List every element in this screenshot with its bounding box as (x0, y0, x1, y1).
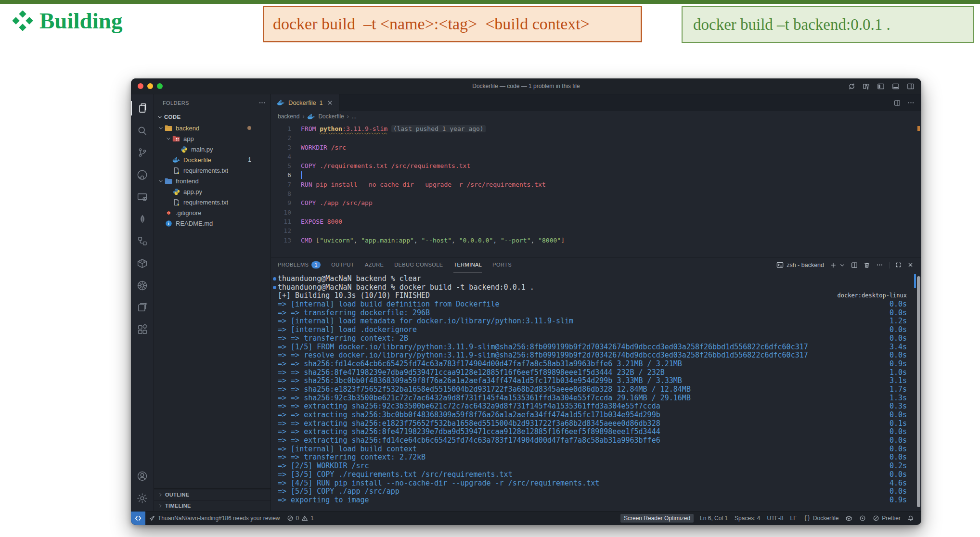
terminal-line: [+] Building 10.3s (10/10) FINISHEDdocke… (271, 292, 921, 300)
command-decoration-dot[interactable] (273, 277, 276, 281)
status-bar-right: Screen Reader Optimized Ln 6, Col 1 Spac… (620, 514, 921, 523)
remote-indicator[interactable] (131, 511, 145, 525)
activity-pipeline-button[interactable] (131, 230, 154, 252)
terminal-shell-label[interactable]: zsh - backend (787, 262, 824, 268)
sidebar-more-actions-icon[interactable] (258, 99, 266, 106)
panel-tab-ports[interactable]: PORTS (492, 257, 512, 272)
pipeline-icon (137, 235, 148, 247)
code-line-13[interactable]: 13CMD ["uvicorn", "app.main:app", "--hos… (271, 236, 921, 245)
step-duration: 0.0s (886, 445, 921, 454)
notifications-item[interactable] (904, 515, 917, 522)
section-code-label: CODE (164, 114, 181, 120)
breadcrumb-symbol[interactable]: ... (352, 113, 357, 120)
activity-extensions-layout-button[interactable] (131, 319, 154, 341)
activity-source-control-button[interactable] (131, 141, 154, 164)
code-line-5[interactable]: 5COPY ./requirements.txt /src/requiremen… (271, 161, 921, 170)
terminal[interactable]: thuanduong@MacNaN backend % clearthuandu… (271, 272, 921, 511)
tree-item-app[interactable]: app (154, 133, 271, 144)
sync-icon[interactable] (848, 83, 855, 90)
chevron-down-icon[interactable] (839, 262, 845, 268)
tree-item-backend[interactable]: backend (154, 123, 271, 133)
container-icon (136, 257, 148, 269)
activity-mongodb-button[interactable] (131, 208, 154, 230)
run-status-item[interactable] (856, 515, 869, 522)
split-terminal-icon[interactable] (851, 262, 858, 268)
activity-kubernetes-button[interactable] (131, 274, 154, 296)
toggle-secondary-sidebar-icon[interactable] (907, 83, 915, 90)
panel-tab-output[interactable]: OUTPUT (331, 257, 354, 272)
prettier-item[interactable]: Prettier (869, 515, 904, 522)
maximize-panel-icon[interactable] (895, 262, 902, 268)
tree-item-frontend[interactable]: frontend (154, 176, 271, 186)
dev-container-icon (137, 302, 148, 313)
code-line-3[interactable]: 3WORKDIR /src (271, 143, 921, 152)
code-line-12[interactable]: 12 (271, 226, 921, 235)
close-tab-icon[interactable] (327, 100, 333, 106)
code-line-8[interactable]: 8 (271, 189, 921, 198)
breadcrumb-dockerfile[interactable]: Dockerfile (318, 113, 344, 120)
encoding[interactable]: UTF-8 (763, 515, 787, 522)
activity-search-button[interactable] (131, 119, 154, 141)
activity-dev-container-button[interactable] (131, 296, 154, 319)
minimize-window-button[interactable] (147, 83, 153, 89)
panel-tab-debug-console[interactable]: DEBUG CONSOLE (394, 257, 443, 272)
zoom-window-button[interactable] (157, 83, 163, 89)
language-mode[interactable]: {} Dockerfile (800, 515, 842, 522)
breadcrumb[interactable]: backend › Dockerfile › ... (271, 111, 921, 122)
toggle-panel-icon[interactable] (892, 83, 900, 90)
tree-item--gitignore[interactable]: .gitignore (154, 207, 271, 218)
chevron-right-icon (158, 503, 163, 509)
tree-item-main-py[interactable]: main.py (154, 144, 271, 154)
tree-item-app-py[interactable]: app.py (154, 186, 271, 197)
tree-item-dockerfile[interactable]: Dockerfile1 (154, 154, 271, 165)
tree-item-requirements-txt[interactable]: requirements.txt (154, 197, 271, 207)
add-terminal-icon[interactable] (830, 262, 837, 268)
activity-account-button[interactable] (131, 465, 154, 487)
screen-reader-mode[interactable]: Screen Reader Optimized (620, 514, 694, 523)
code-line-1[interactable]: 1FROM python:3.11.9-slim (last pushed 1 … (271, 124, 921, 133)
terminal-line: => => extracting sha256:92c3b3500be621c7… (271, 402, 921, 411)
code-line-7[interactable]: 7RUN pip install --no-cache-dir --upgrad… (271, 180, 921, 189)
code-line-2[interactable]: 2 (271, 133, 921, 142)
code-line-10[interactable]: 10 (271, 208, 921, 217)
breadcrumb-backend[interactable]: backend (278, 113, 299, 120)
problems-summary[interactable]: 0 1 (284, 511, 317, 525)
cursor-position[interactable]: Ln 6, Col 1 (696, 515, 731, 522)
code-line-4[interactable]: 4 (271, 152, 921, 161)
tree-item-readme-md[interactable]: README.md (154, 218, 271, 229)
activity-settings-button[interactable] (131, 487, 154, 509)
terminal-line: => [1/5] FROM docker.io/library/python:3… (271, 343, 921, 352)
split-editor-icon[interactable] (894, 100, 901, 106)
tab-dockerfile[interactable]: Dockerfile 1 (271, 94, 339, 111)
more-actions-icon[interactable] (907, 99, 915, 106)
panel-tab-problems[interactable]: PROBLEMS1 (278, 257, 321, 272)
tree-item-requirements-txt[interactable]: requirements.txt (154, 165, 271, 176)
activity-github-button[interactable] (131, 164, 154, 186)
toggle-primary-sidebar-icon[interactable] (877, 83, 885, 90)
indentation[interactable]: Spaces: 4 (731, 515, 763, 522)
docker-status-item[interactable] (842, 515, 856, 522)
eol-sequence[interactable]: LF (787, 515, 800, 522)
terminal-scroll-indicator[interactable] (914, 274, 916, 288)
activity-explorer-button[interactable] (131, 97, 154, 119)
panel-tab-terminal[interactable]: TERMINAL (453, 257, 482, 272)
outline-section[interactable]: OUTLINE (154, 489, 271, 500)
close-panel-icon[interactable] (907, 262, 914, 268)
panel-tab-azure[interactable]: AZURE (365, 257, 384, 272)
timeline-section[interactable]: TIMELINE (154, 500, 271, 511)
activity-remote-explorer-button[interactable] (131, 186, 154, 208)
more-actions-icon[interactable] (876, 261, 883, 268)
code-line-9[interactable]: 9COPY ./app /src/app (271, 198, 921, 207)
command-decoration-dot[interactable] (273, 286, 276, 289)
close-window-button[interactable] (138, 83, 143, 89)
trash-icon[interactable] (864, 262, 870, 268)
review-request-item[interactable]: ThuanNaN/aivn-landing#186 needs your rev… (145, 511, 284, 525)
code-editor[interactable]: 1FROM python:3.11.9-slim (last pushed 1 … (271, 122, 921, 257)
terminal-scrollbar[interactable] (917, 276, 920, 507)
code-line-6[interactable]: 6 (271, 170, 921, 179)
activity-container-button[interactable] (131, 252, 154, 274)
python-icon (180, 146, 188, 153)
section-code[interactable]: CODE (154, 111, 271, 123)
customize-layout-icon[interactable] (863, 83, 870, 90)
code-line-11[interactable]: 11EXPOSE 8000 (271, 217, 921, 226)
